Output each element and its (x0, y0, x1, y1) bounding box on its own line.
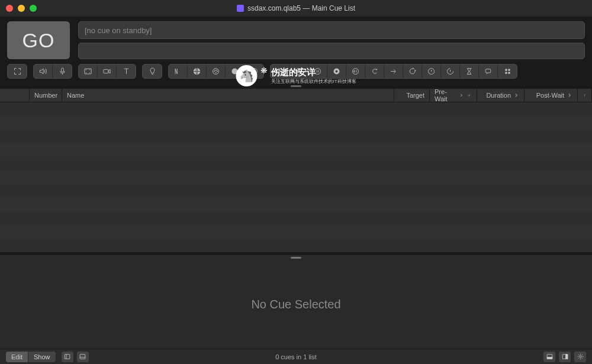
svg-rect-36 (565, 355, 567, 359)
svg-point-29 (468, 95, 469, 96)
cue-row[interactable] (0, 170, 592, 184)
memo-icon[interactable] (479, 65, 498, 78)
cue-row[interactable] (0, 102, 592, 116)
col-continue[interactable] (578, 89, 592, 102)
svg-rect-34 (547, 357, 552, 359)
svg-point-30 (584, 94, 585, 95)
svg-point-26 (508, 69, 510, 71)
cue-row[interactable] (0, 211, 592, 225)
cue-row[interactable] (0, 184, 592, 198)
minimize-icon[interactable] (18, 5, 25, 12)
reset-icon[interactable] (346, 65, 365, 78)
footer-bar: Edit Show 0 cues in 1 list (0, 349, 592, 364)
right-panel-button[interactable] (559, 352, 571, 362)
col-postwait[interactable]: Post-Wait (525, 89, 578, 102)
stop-icon[interactable] (289, 65, 308, 78)
script-icon[interactable] (498, 65, 517, 78)
cue-row[interactable] (0, 157, 592, 170)
fade-icon[interactable] (169, 65, 188, 78)
svg-point-10 (217, 71, 217, 72)
network-icon[interactable] (188, 65, 207, 78)
bottom-panel-button[interactable] (543, 352, 555, 362)
settings-button[interactable] (574, 352, 586, 362)
col-duration[interactable]: Duration (477, 89, 525, 102)
cue-row[interactable] (0, 239, 592, 252)
svg-rect-6 (104, 69, 108, 73)
svg-point-16 (277, 69, 283, 75)
play-icon[interactable] (271, 65, 289, 78)
column-headers: Number Name Target Pre-Wait Duration Pos… (0, 88, 592, 102)
devamp-icon[interactable] (365, 65, 384, 78)
panel-toggle-button[interactable] (77, 352, 89, 362)
svg-point-19 (315, 69, 321, 75)
fullscreen-icon[interactable] (8, 65, 27, 78)
goto-icon[interactable] (384, 65, 403, 78)
sidebar-toggle-button[interactable] (62, 352, 73, 362)
window-title: ssdax.com.qlab5 — Main Cue List (237, 4, 355, 12)
inspector-resize-handle[interactable] (0, 255, 592, 260)
svg-rect-32 (80, 355, 85, 359)
standby-display[interactable]: [no cue on standby] (78, 21, 585, 39)
svg-point-17 (296, 69, 302, 75)
svg-rect-18 (298, 70, 300, 73)
col-number[interactable]: Number (30, 89, 62, 102)
titlebar: ssdax.com.qlab5 — Main Cue List (0, 0, 592, 17)
show-mode-button[interactable]: Show (28, 352, 56, 362)
camera-icon[interactable] (98, 65, 117, 78)
svg-point-5 (89, 73, 90, 73)
light-icon[interactable] (143, 65, 162, 78)
pause-icon[interactable] (308, 65, 327, 78)
cue-toolbar (0, 63, 592, 83)
svg-point-12 (216, 70, 217, 70)
col-prewait[interactable]: Pre-Wait (430, 89, 477, 102)
header-area: GO [no cue on standby] (0, 17, 592, 63)
svg-rect-31 (65, 355, 70, 359)
svg-point-27 (505, 72, 507, 74)
target-icon[interactable] (403, 65, 422, 78)
svg-point-4 (89, 70, 90, 70)
cue-row[interactable] (0, 130, 592, 143)
edit-mode-button[interactable]: Edit (6, 352, 28, 362)
cue-row[interactable] (0, 225, 592, 239)
midi-icon[interactable] (207, 65, 226, 78)
svg-point-9 (214, 71, 214, 72)
cue-row[interactable] (0, 198, 592, 211)
maximize-icon[interactable] (30, 5, 37, 12)
go-button[interactable]: GO (7, 21, 70, 59)
app-icon (237, 5, 244, 12)
cue-name-field[interactable] (78, 43, 585, 59)
wait-icon[interactable] (460, 65, 479, 78)
svg-rect-24 (485, 69, 491, 73)
col-flag[interactable] (0, 89, 30, 102)
inspector-panel: No Cue Selected (0, 260, 592, 349)
traffic-lights (6, 5, 37, 12)
toolbar-drag-handle[interactable] (0, 83, 592, 88)
load-icon[interactable] (327, 65, 346, 78)
video-icon[interactable] (79, 65, 98, 78)
svg-point-25 (505, 69, 507, 71)
svg-point-21 (336, 70, 338, 73)
mic-icon[interactable] (53, 65, 72, 78)
svg-point-3 (86, 73, 86, 73)
col-target[interactable]: Target (394, 89, 430, 102)
title-text: ssdax.com.qlab5 — Main Cue List (247, 4, 355, 12)
svg-point-2 (86, 70, 86, 70)
svg-point-11 (215, 70, 215, 70)
svg-point-13 (215, 72, 216, 73)
cue-row[interactable] (0, 116, 592, 130)
cue-row[interactable] (0, 143, 592, 157)
audio-icon[interactable] (34, 65, 53, 78)
close-icon[interactable] (6, 5, 13, 12)
footer-status: 0 cues in 1 list (275, 353, 317, 360)
text-icon[interactable] (117, 65, 136, 78)
col-name[interactable]: Name (62, 89, 394, 102)
arm-icon[interactable] (422, 65, 441, 78)
svg-rect-0 (61, 68, 63, 72)
mode-segmented-control: Edit Show (6, 352, 56, 362)
svg-point-14 (232, 69, 238, 75)
disarm-icon[interactable] (441, 65, 460, 78)
inspector-empty-text: No Cue Selected (251, 298, 340, 311)
midifile-icon[interactable] (226, 65, 244, 78)
timecode-icon[interactable] (244, 65, 263, 78)
cue-list[interactable] (0, 102, 592, 255)
